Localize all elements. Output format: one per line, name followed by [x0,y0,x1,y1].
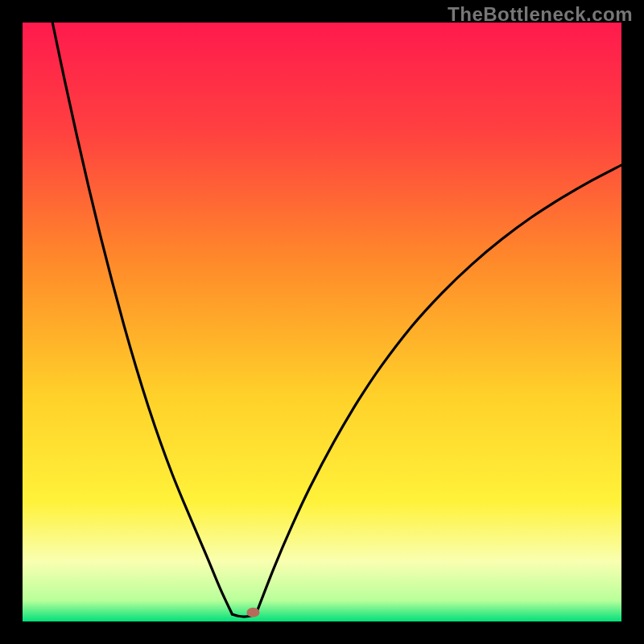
optimal-marker [246,608,259,617]
chart-frame: TheBottleneck.com [0,0,644,644]
chart-svg [23,23,621,621]
gradient-background [23,23,621,621]
